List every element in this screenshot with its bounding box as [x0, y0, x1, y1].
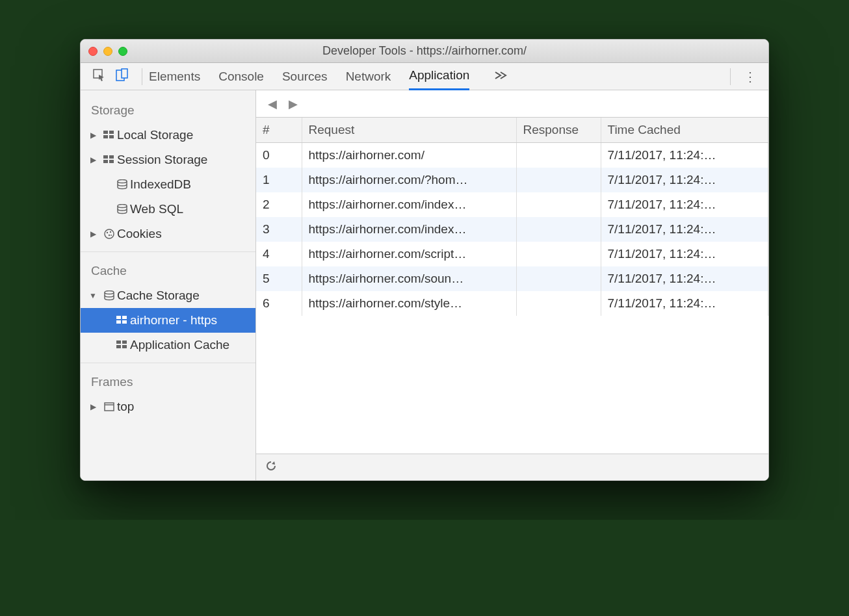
expand-arrow-icon: ▶ — [85, 155, 101, 164]
sidebar-item-label: Cookies — [117, 227, 162, 241]
section-header-frames: Frames — [81, 368, 255, 394]
sidebar-item-cookies[interactable]: ▶ Cookies — [81, 222, 255, 246]
sidebar-item-top-frame[interactable]: ▶ top — [81, 394, 255, 419]
cell-request: https://airhorner.com/soun… — [302, 266, 516, 291]
svg-rect-20 — [122, 316, 127, 319]
table-row[interactable]: 2https://airhorner.com/index…7/11/2017, … — [256, 192, 768, 217]
refresh-icon[interactable] — [265, 460, 277, 474]
cell-request: https://airhorner.com/index… — [302, 217, 516, 242]
sidebar-item-label: IndexedDB — [130, 177, 191, 192]
table-row[interactable]: 3https://airhorner.com/index…7/11/2017, … — [256, 217, 768, 242]
cell-time: 7/11/2017, 11:24:… — [601, 192, 768, 217]
expand-arrow-icon: ▶ — [85, 402, 101, 411]
svg-rect-10 — [109, 160, 114, 163]
sidebar-item-session-storage[interactable]: ▶ Session Storage — [81, 148, 255, 172]
svg-rect-2 — [122, 69, 127, 78]
content-area: Storage ▶ Local Storage ▶ Session Storag… — [81, 90, 768, 480]
table-row[interactable]: 0https://airhorner.com/7/11/2017, 11:24:… — [256, 143, 768, 168]
svg-point-13 — [105, 229, 114, 238]
section-header-storage: Storage — [81, 97, 255, 123]
cell-idx: 3 — [256, 217, 302, 242]
cell-time: 7/11/2017, 11:24:… — [601, 266, 768, 291]
svg-rect-3 — [103, 131, 108, 134]
cell-time: 7/11/2017, 11:24:… — [601, 143, 768, 168]
tab-application[interactable]: Application — [409, 63, 469, 90]
footer-toolbar — [256, 454, 768, 480]
cell-time: 7/11/2017, 11:24:… — [601, 217, 768, 242]
toolbar-divider — [730, 68, 731, 85]
svg-rect-8 — [109, 155, 114, 159]
cell-idx: 2 — [256, 192, 302, 217]
minimize-window-button[interactable] — [103, 47, 112, 56]
cell-time: 7/11/2017, 11:24:… — [601, 168, 768, 192]
expand-arrow-icon: ▶ — [85, 229, 101, 238]
toolbar-divider — [142, 68, 142, 85]
table-row[interactable]: 6https://airhorner.com/style…7/11/2017, … — [256, 291, 768, 316]
svg-point-17 — [111, 235, 112, 236]
devtools-window: Developer Tools - https://airhorner.com/… — [80, 39, 769, 481]
svg-point-16 — [109, 235, 110, 236]
table-row[interactable]: 1https://airhorner.com/?hom…7/11/2017, 1… — [256, 168, 768, 192]
sidebar-item-label: Web SQL — [130, 202, 183, 216]
svg-rect-26 — [122, 345, 127, 348]
svg-rect-24 — [122, 340, 127, 344]
col-header-index[interactable]: # — [256, 118, 302, 143]
tab-elements[interactable]: Elements — [149, 63, 200, 90]
col-header-request[interactable]: Request — [302, 118, 516, 143]
cell-response — [516, 217, 601, 242]
sidebar-item-indexeddb[interactable]: IndexedDB — [81, 172, 255, 197]
database-icon — [101, 290, 117, 301]
sidebar-item-cache-airhorner[interactable]: airhorner - https — [81, 308, 255, 333]
cell-request: https://airhorner.com/script… — [302, 242, 516, 266]
svg-rect-6 — [109, 135, 114, 138]
nav-back-icon[interactable]: ◀ — [268, 97, 277, 111]
cell-idx: 5 — [256, 266, 302, 291]
expand-arrow-icon: ▶ — [85, 131, 101, 140]
cell-time: 7/11/2017, 11:24:… — [601, 291, 768, 316]
cell-request: https://airhorner.com/style… — [302, 291, 516, 316]
sidebar-item-label: Cache Storage — [117, 289, 200, 303]
close-window-button[interactable] — [88, 47, 98, 56]
device-toolbar-icon[interactable] — [116, 68, 129, 85]
cell-time: 7/11/2017, 11:24:… — [601, 242, 768, 266]
main-toolbar: Elements Console Sources Network Applica… — [81, 63, 768, 90]
svg-rect-23 — [116, 340, 121, 344]
table-row[interactable]: 5https://airhorner.com/soun…7/11/2017, 1… — [256, 266, 768, 291]
svg-rect-5 — [103, 135, 108, 138]
tab-sources[interactable]: Sources — [282, 63, 328, 90]
maximize-window-button[interactable] — [118, 47, 127, 56]
svg-point-11 — [118, 180, 127, 183]
cell-response — [516, 168, 601, 192]
table-icon — [101, 131, 117, 140]
tab-console[interactable]: Console — [218, 63, 264, 90]
cell-idx: 1 — [256, 168, 302, 192]
cell-response — [516, 291, 601, 316]
database-icon — [114, 204, 130, 214]
sidebar-item-websql[interactable]: Web SQL — [81, 197, 255, 222]
table-row[interactable]: 4https://airhorner.com/script…7/11/2017,… — [256, 242, 768, 266]
sidebar-item-label: Local Storage — [117, 128, 193, 142]
sidebar-item-cache-storage[interactable]: ▼ Cache Storage — [81, 283, 255, 308]
sidebar-item-local-storage[interactable]: ▶ Local Storage — [81, 123, 255, 148]
col-header-response[interactable]: Response — [516, 118, 601, 143]
svg-point-14 — [107, 232, 108, 233]
cell-response — [516, 192, 601, 217]
svg-rect-7 — [103, 155, 108, 159]
inspect-element-icon[interactable] — [92, 68, 107, 85]
sidebar-item-label: Application Cache — [130, 338, 229, 352]
svg-rect-4 — [109, 131, 114, 134]
nav-forward-icon[interactable]: ▶ — [289, 97, 298, 111]
titlebar: Developer Tools - https://airhorner.com/ — [81, 40, 768, 63]
tab-network[interactable]: Network — [346, 63, 391, 90]
frame-icon — [101, 402, 117, 411]
svg-rect-19 — [116, 316, 121, 319]
more-tabs-button[interactable] — [488, 71, 514, 83]
settings-menu-icon[interactable]: ⋮ — [737, 69, 763, 84]
svg-point-12 — [118, 205, 127, 208]
col-header-time[interactable]: Time Cached — [601, 118, 768, 143]
main-panel: ◀ ▶ # Request Response Time Cached — [256, 90, 768, 480]
sidebar-item-application-cache[interactable]: Application Cache — [81, 333, 255, 357]
cell-idx: 0 — [256, 143, 302, 168]
svg-rect-9 — [103, 160, 108, 163]
cell-response — [516, 266, 601, 291]
